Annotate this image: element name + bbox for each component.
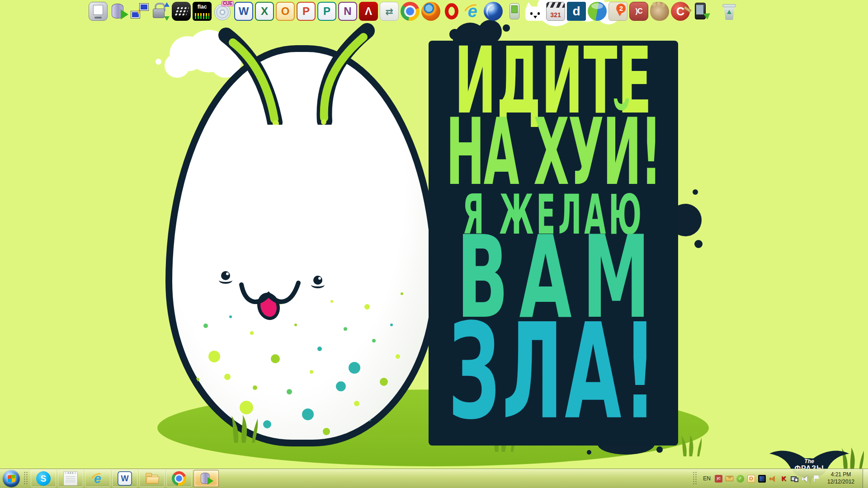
tray-action-center-icon[interactable]	[812, 475, 820, 483]
database-run-icon[interactable]	[109, 2, 128, 21]
speckle	[294, 324, 297, 326]
sphere-app-icon[interactable]	[588, 2, 607, 21]
speckle	[208, 351, 220, 362]
clock-time: 4:21 PM	[824, 471, 858, 479]
outlook-icon[interactable]: O	[276, 2, 295, 21]
chrome-icon[interactable]	[401, 2, 420, 21]
tray-icons: )C✓OK	[715, 475, 820, 483]
speckle	[336, 381, 346, 391]
speckle	[250, 331, 254, 335]
system-tray: EN )C✓OK 4:21 PM 12/12/2012	[692, 469, 868, 488]
database-run-icon	[199, 471, 213, 486]
mouth	[239, 279, 302, 322]
word-icon: W	[118, 471, 132, 486]
taskbar-button-word[interactable]: W	[112, 470, 137, 487]
ink-splat	[694, 240, 703, 248]
tray-display-icon[interactable]	[758, 475, 766, 483]
message-panel: ИДИТЕНА ХУЙ!Я ЖЕЛАЮВАМЗЛА!	[429, 41, 678, 446]
speckle	[369, 420, 373, 424]
firefox-icon[interactable]	[421, 2, 440, 21]
claw-tool-icon[interactable]	[650, 2, 669, 21]
tray-grip[interactable]	[693, 472, 698, 485]
dc-plus-plus-icon[interactable]: )C	[629, 2, 648, 21]
flac-icon[interactable]: flac	[193, 2, 212, 21]
speckle	[271, 354, 280, 363]
taskbar-buttons: SeW	[30, 470, 220, 487]
publisher-icon[interactable]: P	[317, 2, 336, 21]
left-eye	[221, 271, 230, 280]
clock[interactable]: 4:21 PM 12/12/2012	[824, 471, 858, 485]
tray-network-icon[interactable]	[791, 475, 798, 483]
blackberry-icon[interactable]	[172, 2, 191, 21]
internet-explorer-icon[interactable]: e	[463, 2, 482, 21]
d-client-icon[interactable]: d	[567, 2, 586, 21]
clock-date: 12/12/2012	[824, 479, 858, 486]
speckle	[310, 370, 313, 374]
adobe-reader-icon[interactable]: Λ	[359, 2, 378, 21]
grass-tuft	[679, 435, 705, 456]
2gis-icon[interactable]: 2	[609, 2, 627, 21]
language-indicator[interactable]: EN	[702, 475, 712, 482]
desktop: ИДИТЕНА ХУЙ!Я ЖЕЛАЮВАМЗЛА! The ФРАЗЫ fla…	[0, 0, 868, 488]
cloud	[165, 53, 190, 78]
tray-update-ok-icon[interactable]: ✓	[736, 475, 744, 483]
dock: flacCUEWXOPPNΛ⇄e321d2)CC	[89, 2, 739, 21]
speckle	[323, 428, 330, 435]
recycle-bin-icon[interactable]	[720, 2, 739, 21]
cloud	[156, 59, 161, 65]
opera-icon[interactable]	[442, 2, 461, 21]
speckle	[349, 362, 360, 374]
tray-volume-icon[interactable]	[802, 475, 809, 483]
speckle	[372, 339, 376, 343]
excel-icon[interactable]: X	[255, 2, 274, 21]
taskbar: SeW EN )C✓OK 4:21 PM 12/12/2012	[0, 469, 868, 488]
onenote-icon[interactable]: N	[338, 2, 357, 21]
foobar2000-icon[interactable]	[525, 2, 544, 21]
show-desktop-button[interactable]	[863, 469, 868, 488]
network-computers-icon[interactable]	[130, 2, 149, 21]
speckle	[364, 304, 370, 310]
word-icon[interactable]: W	[234, 2, 253, 21]
speckle	[390, 324, 393, 326]
tray-mail-icon[interactable]	[726, 476, 733, 481]
tray-outlook-icon[interactable]: O	[747, 475, 755, 483]
secure-transfer-icon[interactable]	[151, 2, 170, 21]
speckle	[287, 389, 292, 394]
taskbar-button-notepad[interactable]	[58, 470, 83, 487]
taskbar-button-chrome[interactable]	[166, 470, 192, 487]
ink-splat	[693, 189, 698, 195]
speckle	[196, 378, 199, 381]
notepad-icon	[63, 471, 78, 486]
qip-icon[interactable]	[505, 2, 524, 21]
message-line-5: ЗЛА!	[429, 306, 678, 438]
ccleaner-icon[interactable]: C	[671, 2, 690, 21]
cue-disc-icon[interactable]: CUE	[213, 2, 232, 21]
speckle	[380, 378, 388, 386]
sync-arrows-icon[interactable]: ⇄	[380, 2, 399, 21]
speckle	[302, 408, 314, 420]
taskbar-button-database-run[interactable]	[193, 470, 219, 487]
skype-icon: S	[36, 471, 51, 486]
powerpoint-icon[interactable]: P	[297, 2, 316, 21]
speckle	[330, 300, 333, 303]
phone-sync-icon[interactable]	[692, 2, 711, 21]
speckle	[229, 315, 232, 318]
speckle	[396, 354, 400, 359]
taskbar-button-skype[interactable]: S	[31, 470, 56, 487]
speckle	[253, 385, 257, 390]
tray-dc-plus-plus-icon[interactable]: )C	[715, 475, 722, 483]
speckle	[263, 420, 271, 428]
taskbar-button-explorer[interactable]	[139, 470, 165, 487]
windows-flag-icon	[8, 474, 15, 482]
media-player-classic-icon[interactable]: 321	[546, 2, 565, 21]
remote-desktop-icon[interactable]	[89, 2, 108, 21]
tray-audio-icon[interactable]	[769, 475, 777, 483]
google-earth-icon[interactable]	[484, 2, 503, 21]
speckle	[344, 327, 347, 331]
speckle	[317, 347, 322, 351]
start-button[interactable]	[3, 470, 20, 487]
toolbar-grip[interactable]	[24, 472, 28, 485]
tray-kaspersky-icon[interactable]: K	[780, 475, 788, 483]
taskbar-button-internet-explorer[interactable]: e	[85, 470, 110, 487]
ink-splat	[587, 450, 591, 455]
